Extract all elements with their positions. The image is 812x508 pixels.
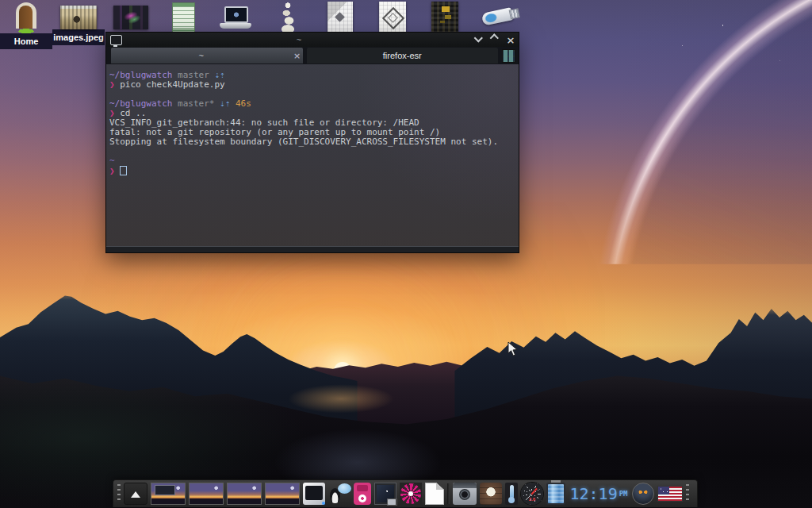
laptop-shortcut-icon [218,6,253,30]
keyboard-layout-flag-icon[interactable] [657,486,683,502]
images-jpeg-file[interactable]: images.jpeg [52,2,105,49]
mouse-cursor-icon [508,341,519,357]
home-folder[interactable]: Home [0,2,52,49]
figurine-file-icon [276,2,300,33]
terminal-line: ~ [109,156,515,166]
workspace-3[interactable] [227,483,262,505]
workspace-1[interactable] [151,483,186,505]
dock: 2.612:19PM [113,479,698,507]
chevron-up-icon [490,33,499,42]
thermometer-applet-icon[interactable] [505,483,518,505]
close-button[interactable]: × [503,33,519,47]
workspace-2[interactable] [189,483,224,505]
dock-separator [447,483,450,504]
battery-applet-icon[interactable] [546,483,565,505]
photo-manager-icon[interactable] [374,483,396,505]
tab-label: firefox-esr [307,51,499,60]
images-jpeg-file-icon [60,6,97,29]
tab-bar: ~×firefox-esr [106,47,519,64]
terminal-line [109,147,515,156]
owl-applet-icon[interactable] [632,483,654,505]
terminal-launcher-icon[interactable] [303,483,325,505]
window-titlebar[interactable]: ~ × [106,33,519,47]
terminal-output[interactable]: ~/bglugwatch master ⇣⇡❯ pico check4Updat… [106,64,519,246]
desktop: { "wallpaper": { "sky_top": "#4f4b73", "… [0,0,812,508]
tab-layout-button[interactable] [502,49,515,63]
wallpaper-switcher-icon[interactable] [480,483,502,505]
chevron-down-icon [474,33,483,42]
desktop-icon-label: Home [0,33,52,49]
diamond-doc-small-icon [327,2,353,33]
home-folder-icon [13,2,40,33]
terminal-line: Stopping at filesystem boundary (GIT_DIS… [109,137,515,147]
dock-handle-left[interactable] [117,484,121,503]
wallpaper-sun-flare [293,369,393,371]
terminal-line: ❯ [109,166,515,175]
dock-handle-right[interactable] [686,484,689,503]
terminal-line: ❯ pico check4Update.py [109,80,515,90]
green-document-file-icon [172,2,195,33]
dark-mosaic-file-icon [431,2,458,33]
shade-button[interactable] [471,33,487,47]
media-player-icon[interactable] [354,483,371,505]
glitch-image-file-icon [113,6,148,29]
graphics-app-icon[interactable] [400,483,422,505]
maximize-button[interactable] [487,33,503,47]
gauge-value: 2.6 [521,497,543,502]
tab--[interactable]: ~× [111,48,303,64]
window-title: ~ [127,35,471,44]
terminal-line: ~/bglugwatch master* ⇣⇡ 46s [109,99,515,109]
tab-firefox-esr[interactable]: firefox-esr [307,48,499,64]
diamond-doc-large-icon [379,2,406,33]
tab-close-button[interactable]: × [292,51,303,61]
dock-up-arrow-button[interactable] [124,483,147,505]
workspace-4[interactable] [265,483,300,505]
usb-drive-icon [481,7,513,26]
clock-meridiem: PM [619,490,628,498]
libreoffice-icon[interactable] [425,483,444,505]
clock-time: 12:19 [569,484,617,503]
terminal-window-icon [110,35,122,45]
pidgin-messenger-icon[interactable] [328,483,350,505]
tab-label: ~ [111,51,292,60]
clock-applet[interactable]: 12:19PM [569,483,629,505]
terminal-window: ~ × ~×firefox-esr ~/bglugwatch master ⇣⇡… [105,32,519,253]
window-footer [106,246,519,252]
screenshot-tool-icon[interactable] [453,483,477,505]
desktop-icon-label: images.jpeg [52,29,105,45]
system-gauge-icon[interactable]: 2.6 [521,483,543,505]
